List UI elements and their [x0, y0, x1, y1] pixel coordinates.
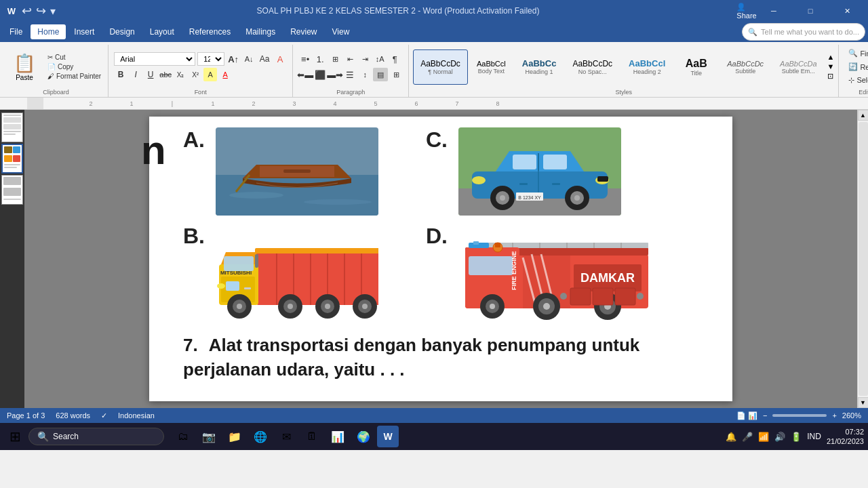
taskbar-apps: 🗂 📷 📁 🌐 ✉ 🗓 📊 🌍 W	[171, 424, 399, 449]
svg-rect-10	[513, 155, 536, 169]
page-thumb-1[interactable]	[1, 113, 23, 142]
menu-review[interactable]: Review	[283, 24, 323, 39]
clear-format-btn[interactable]: A	[273, 52, 287, 66]
svg-rect-87	[593, 288, 613, 305]
ribbon-search[interactable]: 🔍 Tell me what you want to do...	[742, 23, 865, 41]
maximize-btn[interactable]: □	[795, 0, 826, 22]
scroll-thumb[interactable]	[859, 122, 868, 396]
shading-btn[interactable]: ▤	[373, 68, 388, 81]
menu-design[interactable]: Design	[102, 24, 141, 39]
format-painter-button[interactable]: 🖌 Format Painter	[45, 72, 104, 81]
select-button[interactable]: ⊹ Select ▾	[844, 75, 868, 86]
underline-btn[interactable]: U	[144, 68, 157, 81]
align-left-btn[interactable]: ⬅▬	[298, 68, 312, 81]
menu-home[interactable]: Home	[31, 24, 66, 39]
start-button[interactable]: ⊞	[4, 426, 26, 447]
strikethrough-btn[interactable]: abc	[159, 68, 172, 81]
font-face-select[interactable]: Arial	[114, 52, 195, 66]
style-normal[interactable]: AaBbCcDc ¶ Normal	[413, 49, 468, 85]
minimize-btn[interactable]: ─	[758, 0, 789, 22]
scroll-up-btn[interactable]: ▲	[858, 110, 869, 121]
taskbar-app-word[interactable]: W	[377, 426, 399, 447]
style-heading2[interactable]: AaBbCcl Heading 2	[621, 49, 673, 85]
undo-btn[interactable]: ↩	[22, 3, 32, 18]
taskbar-app-camera[interactable]: 📷	[197, 424, 221, 449]
italic-btn[interactable]: I	[129, 68, 142, 81]
paste-button[interactable]: 📋 Paste	[8, 50, 41, 84]
share-icon[interactable]: 👤 Share	[741, 5, 753, 17]
svg-text:B 1234 XY: B 1234 XY	[518, 195, 541, 200]
bold-btn[interactable]: B	[114, 68, 127, 81]
multilevel-btn[interactable]: ⊞	[328, 52, 342, 66]
styles-up-btn[interactable]: ▲	[827, 53, 835, 61]
justify-btn[interactable]: ☰	[343, 68, 357, 81]
menu-references[interactable]: References	[182, 24, 237, 39]
superscript-btn[interactable]: X²	[189, 68, 202, 81]
style-subtle-emph[interactable]: AaBbCcDa Subtle Em...	[772, 49, 824, 85]
copy-button[interactable]: 📄 Copy	[45, 62, 104, 71]
style-nospace[interactable]: AaBbCcDc No Spac...	[565, 49, 620, 85]
redo-btn[interactable]: ↪	[36, 3, 46, 18]
text-highlight-btn[interactable]: A	[203, 68, 217, 81]
quick-access-more[interactable]: ▾	[50, 5, 56, 18]
menu-layout[interactable]: Layout	[143, 24, 181, 39]
menu-insert[interactable]: Insert	[67, 24, 101, 39]
volume-icon[interactable]: 🔊	[774, 432, 785, 442]
font-size-select[interactable]: 12	[197, 52, 224, 66]
taskbar-datetime[interactable]: 07:32 21/02/2023	[827, 427, 864, 447]
styles-expand-btn[interactable]: ⊡	[827, 72, 835, 81]
style-subtitle[interactable]: AaBbCcDc Subtitle	[719, 49, 771, 85]
language-indicator[interactable]: IND	[807, 432, 821, 441]
line-spacing-btn[interactable]: ↕	[358, 68, 372, 81]
font-color-btn[interactable]: A	[218, 68, 232, 81]
taskbar-app-maps[interactable]: 🗓	[300, 424, 324, 449]
style-heading1[interactable]: AaBbCc Heading 1	[515, 49, 564, 85]
vertical-scrollbar[interactable]: ▲ ▼	[857, 110, 868, 408]
mic-icon[interactable]: 🎤	[742, 432, 753, 442]
taskbar-app-explorer[interactable]: 📁	[222, 424, 247, 449]
option-c: C.	[426, 127, 621, 216]
menu-mailings[interactable]: Mailings	[239, 24, 282, 39]
style-body-text[interactable]: AaBbCcl Body Text	[469, 49, 513, 85]
replace-button[interactable]: 🔄 Replace	[844, 61, 868, 73]
word-icon[interactable]: W	[5, 5, 18, 17]
taskbar-app-files[interactable]: 🗂	[171, 424, 195, 449]
font-grow-btn[interactable]: A↑	[226, 52, 240, 66]
increase-indent-btn[interactable]: ⇥	[358, 52, 372, 66]
find-button[interactable]: 🔍 Find	[844, 47, 868, 59]
taskbar-app-edge[interactable]: 🌐	[248, 424, 273, 449]
notification-icon[interactable]: 🔔	[726, 432, 736, 442]
align-center-btn[interactable]: ⬛	[313, 68, 327, 81]
page: ng A.	[149, 117, 732, 401]
decrease-indent-btn[interactable]: ⇤	[343, 52, 357, 66]
taskbar-app-store[interactable]: 📊	[326, 424, 350, 449]
cut-button[interactable]: ✂ Cut	[45, 53, 104, 62]
subscript-btn[interactable]: X₂	[174, 68, 187, 81]
wifi-icon[interactable]: 📶	[758, 432, 769, 442]
menu-view[interactable]: View	[326, 24, 357, 39]
font-shrink-btn[interactable]: A↓	[242, 52, 256, 66]
taskbar-app-chrome[interactable]: 🌍	[351, 424, 376, 449]
taskbar-search[interactable]: 🔍 Search	[28, 428, 164, 445]
zoom-slider[interactable]	[772, 414, 827, 417]
align-right-btn[interactable]: ▬➡	[328, 68, 342, 81]
numbering-btn[interactable]: 1.	[313, 52, 327, 66]
scroll-down-btn[interactable]: ▼	[858, 397, 869, 408]
bullets-btn[interactable]: ≡•	[298, 52, 312, 66]
change-case-btn[interactable]: Aa	[258, 52, 271, 66]
zoom-plus[interactable]: +	[832, 411, 836, 420]
borders-btn[interactable]: ⊞	[389, 68, 403, 81]
clipboard-group: 📋 Paste ✂ Cut 📄 Copy 🖌 Format Painter	[4, 45, 108, 97]
page-thumb-2[interactable]	[1, 144, 23, 174]
page-thumb-3[interactable]	[1, 175, 23, 205]
battery-icon[interactable]: 🔋	[791, 432, 802, 442]
menu-file[interactable]: File	[3, 24, 29, 39]
show-formatting-btn[interactable]: ¶	[388, 52, 401, 66]
taskbar-app-mail[interactable]: ✉	[274, 424, 298, 449]
close-btn[interactable]: ✕	[831, 0, 863, 22]
zoom-minus[interactable]: −	[763, 411, 767, 420]
sort-btn[interactable]: ↕A	[373, 52, 387, 66]
style-title[interactable]: AaB Title	[674, 49, 718, 85]
language[interactable]: Indonesian	[118, 411, 155, 420]
styles-down-btn[interactable]: ▼	[827, 62, 835, 70]
